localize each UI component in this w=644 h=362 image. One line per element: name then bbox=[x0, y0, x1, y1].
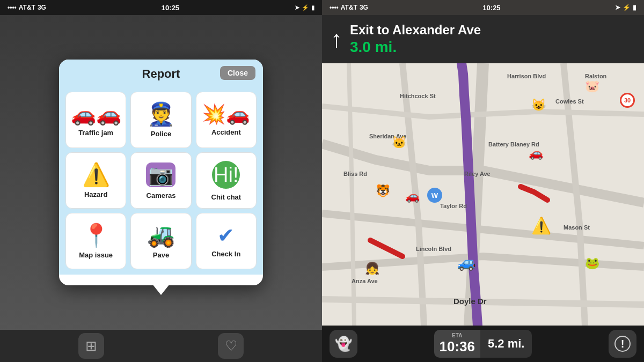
waze-char-7[interactable]: 🐸 bbox=[585, 256, 599, 270]
report-item-hazard[interactable]: ⚠️ Hazard bbox=[65, 152, 126, 209]
network-left: 3G bbox=[38, 4, 46, 11]
map-svg bbox=[322, 63, 644, 326]
police-icon: 👮 bbox=[147, 103, 175, 125]
report-item-accident[interactable]: 💥🚗 Accident bbox=[196, 92, 257, 148]
traffic-jam-icon: 🚗🚗 bbox=[71, 104, 121, 124]
eta-distance-block: 5.2 mi. bbox=[480, 330, 532, 358]
eta-time: 10:36 bbox=[440, 338, 475, 355]
bluetooth-icon-right: ⚡ bbox=[623, 4, 631, 11]
status-bar-left: •••• AT&T 3G 10:25 ➤ ⚡ ▮ bbox=[0, 0, 322, 15]
nav-street: Exit to Alexander Ave bbox=[350, 23, 635, 38]
eta-distance: 5.2 mi. bbox=[488, 337, 524, 351]
accident-label: Accident bbox=[211, 128, 241, 136]
nav-car-icon: 🚙 bbox=[457, 254, 476, 271]
report-header: Report Close bbox=[59, 60, 263, 86]
menu-icon-left[interactable]: ⊞ bbox=[78, 333, 104, 359]
bluetooth-icon: ⚡ bbox=[302, 4, 309, 11]
network-right: 3G bbox=[360, 4, 368, 11]
close-button[interactable]: Close bbox=[220, 66, 255, 80]
police-label: Police bbox=[151, 130, 171, 138]
eta-display: ETA 10:36 5.2 mi. bbox=[434, 330, 532, 358]
report-title: Report bbox=[142, 67, 180, 81]
waze-logo-icon: 👻 bbox=[335, 336, 352, 352]
battery-icon: ▮ bbox=[311, 4, 314, 11]
heart-icon-left[interactable]: ♡ bbox=[218, 333, 244, 359]
nav-distance: 3.0 mi. bbox=[350, 39, 635, 56]
pave-label: Pave bbox=[153, 251, 169, 259]
speed-limit-sign: 30 bbox=[620, 93, 635, 108]
alert-button-right[interactable]: ! bbox=[609, 330, 636, 358]
waze-char-2[interactable]: 😺 bbox=[531, 98, 546, 112]
report-item-pave[interactable]: 🚜 Pave bbox=[130, 213, 191, 269]
eta-label: ETA bbox=[452, 333, 462, 338]
eta-label-block: ETA 10:36 bbox=[434, 330, 481, 358]
accident-icon: 💥🚗 bbox=[202, 105, 250, 124]
chit-chat-label: Chit chat bbox=[211, 193, 241, 201]
waze-char-4[interactable]: 🐯 bbox=[376, 184, 390, 198]
bottom-nav-left: ⊞ ♡ bbox=[0, 330, 322, 362]
left-phone: •••• AT&T 3G 10:25 ➤ ⚡ ▮ Report Close 🚗🚗… bbox=[0, 0, 322, 362]
location-icon: ➤ bbox=[295, 4, 299, 11]
map-area: Harrison Blvd Ralston Hitchcock St Cowle… bbox=[322, 63, 644, 326]
waze-char-5[interactable]: 🚗 bbox=[405, 189, 420, 203]
traffic-cars-icon[interactable]: 🚗 bbox=[529, 146, 543, 160]
direction-arrow: ↑ bbox=[331, 26, 342, 53]
hazard-icon: ⚠️ bbox=[82, 164, 110, 186]
battery-icon-right: ▮ bbox=[633, 4, 636, 11]
carrier-right: AT&T bbox=[341, 4, 357, 11]
nav-info: Exit to Alexander Ave 3.0 mi. bbox=[350, 23, 635, 56]
map-background: Harrison Blvd Ralston Hitchcock St Cowle… bbox=[322, 63, 644, 326]
report-item-cameras[interactable]: 📷 Cameras bbox=[130, 152, 191, 209]
hazard-label: Hazard bbox=[84, 190, 107, 198]
carrier-left: AT&T bbox=[19, 4, 35, 11]
right-phone: •••• AT&T 3G 10:25 ➤ ⚡ ▮ ↑ Exit to Alexa… bbox=[322, 0, 644, 362]
phone-background-left: Report Close 🚗🚗 Traffic jam 👮 Police 💥🚗 … bbox=[0, 15, 322, 330]
alert-icon: ! bbox=[614, 336, 631, 352]
waze-char-6[interactable]: 👧 bbox=[365, 262, 379, 276]
report-item-traffic-jam[interactable]: 🚗🚗 Traffic jam bbox=[65, 92, 126, 148]
traffic-jam-label: Traffic jam bbox=[78, 129, 113, 137]
time-right: 10:25 bbox=[482, 4, 500, 12]
signal-dots: •••• bbox=[8, 4, 17, 11]
status-bar-right: •••• AT&T 3G 10:25 ➤ ⚡ ▮ bbox=[322, 0, 644, 15]
report-dialog: Report Close 🚗🚗 Traffic jam 👮 Police 💥🚗 … bbox=[59, 60, 263, 285]
report-item-police[interactable]: 👮 Police bbox=[130, 92, 191, 148]
location-icon-right: ➤ bbox=[615, 4, 620, 11]
nav-header: ↑ Exit to Alexander Ave 3.0 mi. bbox=[322, 15, 644, 63]
report-item-chit-chat[interactable]: Hi! Chit chat bbox=[196, 152, 257, 209]
waze-logo-button-right[interactable]: 👻 bbox=[330, 330, 357, 358]
report-item-map-issue[interactable]: 📍 Map issue bbox=[65, 213, 126, 269]
cameras-icon: 📷 bbox=[146, 162, 175, 187]
waze-char-1[interactable]: 🐷 bbox=[585, 79, 599, 93]
time-left: 10:25 bbox=[162, 4, 179, 12]
report-grid: 🚗🚗 Traffic jam 👮 Police 💥🚗 Accident ⚠️ H… bbox=[59, 86, 263, 275]
signal-dots-right: •••• bbox=[330, 4, 339, 11]
map-issue-label: Map issue bbox=[79, 251, 113, 259]
waze-w-marker: W bbox=[427, 188, 442, 203]
check-in-label: Check In bbox=[211, 250, 240, 258]
hazard-marker[interactable]: ⚠️ bbox=[531, 216, 551, 235]
check-in-icon: ✔ bbox=[217, 225, 235, 246]
bottom-nav-right: 👻 ETA 10:36 5.2 mi. ! bbox=[322, 326, 644, 362]
chit-chat-icon: Hi! bbox=[212, 161, 240, 189]
map-issue-icon: 📍 bbox=[82, 224, 110, 247]
report-item-check-in[interactable]: ✔ Check In bbox=[196, 213, 257, 269]
pave-icon: 🚜 bbox=[147, 224, 175, 247]
cameras-label: Cameras bbox=[147, 191, 176, 200]
waze-char-3[interactable]: 🐱 bbox=[392, 136, 406, 150]
